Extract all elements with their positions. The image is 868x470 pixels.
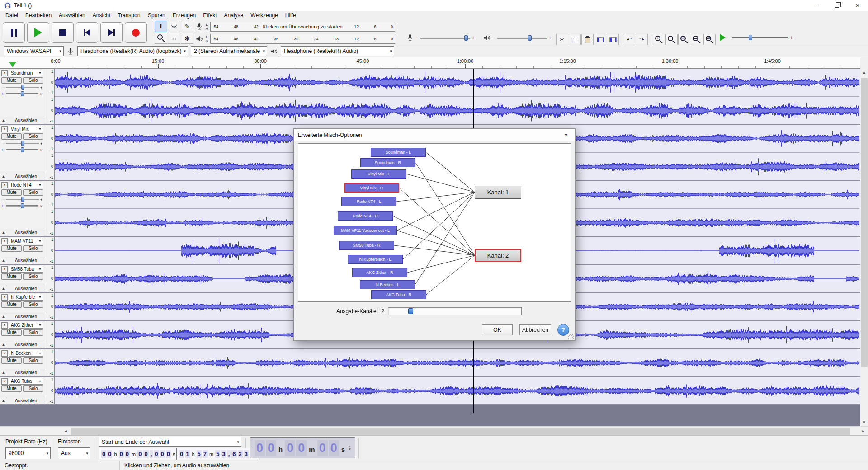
- track-select-button[interactable]: Auswählen: [7, 313, 45, 320]
- pan-slider[interactable]: [6, 149, 38, 150]
- undo-button[interactable]: ↶: [623, 34, 635, 45]
- menu-analyse[interactable]: Analyse: [221, 11, 247, 19]
- ok-button[interactable]: OK: [482, 324, 513, 335]
- collapse-button[interactable]: ▲: [0, 397, 7, 404]
- track-close-button[interactable]: ×: [1, 266, 8, 273]
- track-close-button[interactable]: ×: [1, 70, 8, 76]
- solo-button[interactable]: Solo: [23, 385, 43, 392]
- mute-button[interactable]: Mute: [1, 385, 22, 392]
- solo-button[interactable]: Solo: [23, 77, 43, 84]
- track-name-button[interactable]: Vinyl Mix▼: [9, 126, 43, 132]
- redo-button[interactable]: ↷: [636, 34, 648, 45]
- close-button[interactable]: ×: [847, 0, 868, 11]
- track-close-button[interactable]: ×: [1, 294, 8, 301]
- track-close-button[interactable]: ×: [1, 126, 8, 132]
- recording-volume-thumb[interactable]: [464, 35, 468, 41]
- menu-ansicht[interactable]: Ansicht: [89, 11, 114, 19]
- silence-audio-button[interactable]: [607, 34, 619, 45]
- mixer-source-rode-nt4-l[interactable]: Rode NT4 - L: [341, 197, 396, 206]
- output-channels-slider[interactable]: [388, 307, 522, 315]
- playback-meter[interactable]: LR -54-48-42-36-30-24-18-12-60: [195, 33, 395, 45]
- mixer-source-rode-nt4-r[interactable]: Rode NT4 - R: [338, 212, 393, 221]
- gain-slider[interactable]: [6, 199, 38, 200]
- track-name-button[interactable]: Rode NT4▼: [9, 182, 43, 188]
- play-speed-slider[interactable]: [732, 34, 788, 41]
- scroll-right-arrow[interactable]: ►: [859, 427, 867, 435]
- mixer-source-akg-tuba-r[interactable]: AKG Tuba - R: [371, 290, 426, 299]
- solo-button[interactable]: Solo: [23, 329, 43, 336]
- collapse-button[interactable]: ▲: [0, 229, 7, 236]
- vertical-scroll-thumb[interactable]: [861, 78, 868, 367]
- track-name-button[interactable]: hl Becken▼: [9, 350, 43, 357]
- solo-button[interactable]: Solo: [23, 273, 43, 280]
- play-button[interactable]: [27, 22, 49, 43]
- pause-button[interactable]: [3, 22, 25, 43]
- menu-hilfe[interactable]: Hilfe: [282, 11, 300, 19]
- solo-button[interactable]: Solo: [23, 357, 43, 364]
- collapse-button[interactable]: ▲: [0, 117, 7, 124]
- scroll-down-arrow[interactable]: ▼: [860, 418, 868, 426]
- recording-channels-select[interactable]: 2 (Stereo) Aufnahmekanäle ▾: [191, 46, 267, 56]
- track-select-button[interactable]: Auswählen: [7, 341, 45, 348]
- collapse-button[interactable]: ▲: [0, 173, 7, 180]
- selection-start-field[interactable]: 00h00m00,000s ▲▼: [99, 448, 183, 460]
- audio-host-select[interactable]: Windows WASAPI ▾: [4, 46, 64, 56]
- mixer-source-akg-zither-r[interactable]: AKG Zither - R: [352, 268, 407, 277]
- solo-button[interactable]: Solo: [23, 189, 43, 196]
- track-name-button[interactable]: AKG Zither▼: [9, 322, 43, 329]
- play-speed-thumb[interactable]: [749, 35, 752, 40]
- playback-meter-bar[interactable]: -54-48-42-36-30-24-18-12-60: [210, 34, 395, 44]
- pan-slider-thumb[interactable]: [21, 147, 24, 152]
- dialog-titlebar[interactable]: Erweiterte Misch-Optionen ×: [294, 129, 575, 141]
- track-close-button[interactable]: ×: [1, 322, 8, 329]
- recording-device-select[interactable]: Headphone (Realtek(R) Audio) (loopback) …: [77, 46, 188, 56]
- mute-button[interactable]: Mute: [1, 133, 22, 140]
- track-select-button[interactable]: Auswählen: [7, 369, 45, 376]
- pan-slider[interactable]: [6, 205, 38, 207]
- audio-position-display[interactable]: 00h00m00s ▲▼: [250, 437, 355, 458]
- gain-slider-thumb[interactable]: [21, 197, 24, 202]
- collapse-button[interactable]: ▲: [0, 285, 7, 292]
- mute-button[interactable]: Mute: [1, 245, 22, 252]
- gain-slider[interactable]: [6, 87, 38, 88]
- horizontal-scroll-thumb[interactable]: [71, 428, 850, 435]
- mute-button[interactable]: Mute: [1, 273, 22, 280]
- copy-button[interactable]: [569, 34, 581, 45]
- playback-volume-thumb[interactable]: [528, 35, 532, 41]
- spinner-icon[interactable]: ▲▼: [349, 445, 351, 451]
- output-channels-slider-thumb[interactable]: [408, 308, 413, 314]
- mute-button[interactable]: Mute: [1, 329, 22, 336]
- restore-button[interactable]: [826, 0, 847, 11]
- mixer-source-hl-kupferblech-l[interactable]: hl Kupferblech - L: [348, 255, 403, 264]
- pan-slider-thumb[interactable]: [21, 91, 24, 96]
- mixer-source-soundman-r[interactable]: Soundman - R: [360, 158, 415, 167]
- zoom-in-button[interactable]: +: [653, 34, 665, 45]
- selection-end-field[interactable]: 01h57m53,623s ▲▼: [176, 448, 260, 460]
- project-rate-select[interactable]: 96000 ▾: [5, 447, 51, 459]
- track-select-button[interactable]: Auswählen: [7, 173, 45, 180]
- stop-button[interactable]: [52, 22, 74, 43]
- menu-transport[interactable]: Transport: [114, 11, 144, 19]
- mixer-source-vinyl-mix-l[interactable]: Vinyl Mix - L: [351, 169, 406, 179]
- recording-meter[interactable]: LR -54-48-42-36-30-24-18-12-60 Klicken u…: [195, 20, 395, 33]
- waveform-area[interactable]: [55, 69, 860, 124]
- track-select-button[interactable]: Auswählen: [7, 285, 45, 292]
- track-name-button[interactable]: SM58 Tuba▼: [9, 266, 43, 273]
- collapse-button[interactable]: ▲: [0, 369, 7, 376]
- zoom-selection-button[interactable]: ▭: [678, 34, 690, 45]
- menu-effekt[interactable]: Effekt: [199, 11, 220, 19]
- mute-button[interactable]: Mute: [1, 189, 22, 196]
- pan-slider[interactable]: [6, 93, 38, 94]
- mixer-source-mam-vf11-vocoder-out-l[interactable]: MAM VF11 Vocoder out - L: [334, 226, 397, 235]
- mixer-source-hl-becken-l[interactable]: hl Becken - L: [360, 280, 415, 289]
- pan-slider-thumb[interactable]: [21, 203, 24, 208]
- menu-auswahlen[interactable]: Auswählen: [55, 11, 89, 19]
- menu-spuren[interactable]: Spuren: [144, 11, 169, 19]
- recording-volume-slider[interactable]: [420, 35, 470, 41]
- track-select-button[interactable]: Auswählen: [7, 257, 45, 264]
- monitoring-message[interactable]: Klicken um Überwachung zu starten: [259, 22, 346, 31]
- snap-select[interactable]: Aus ▾: [58, 447, 90, 459]
- mute-button[interactable]: Mute: [1, 301, 22, 308]
- track-close-button[interactable]: ×: [1, 238, 8, 244]
- scroll-left-arrow[interactable]: ◄: [62, 427, 70, 435]
